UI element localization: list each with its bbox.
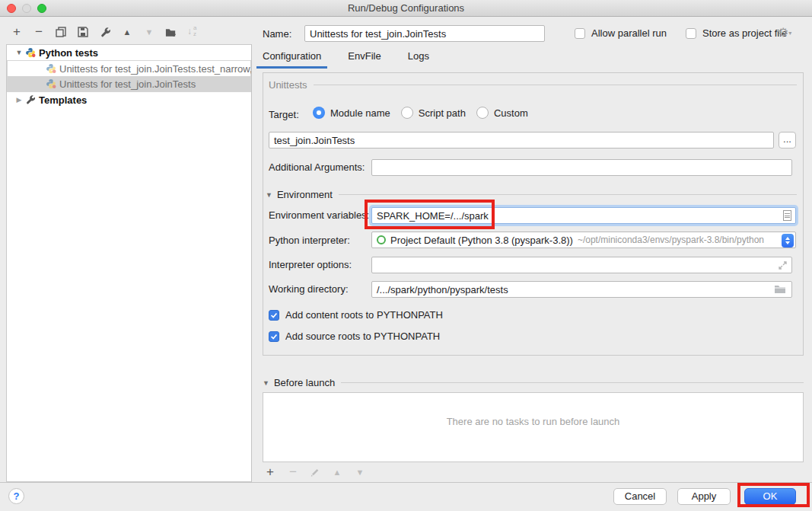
working-directory-label: Working directory: [269, 283, 349, 295]
window-title: Run/Debug Configurations [0, 2, 812, 14]
store-as-project-file-checkbox[interactable]: Store as project file [686, 27, 787, 39]
apply-button[interactable]: Apply [677, 488, 731, 505]
radio-selected-icon[interactable] [313, 107, 325, 119]
store-as-project-file-label: Store as project file [702, 27, 787, 39]
titlebar: Run/Debug Configurations [0, 0, 812, 17]
tree-node-templates[interactable]: ▶ Templates [7, 92, 251, 107]
allow-parallel-run-label: Allow parallel run [591, 27, 667, 39]
radio-module-name[interactable]: Module name [313, 107, 390, 119]
interpreter-path: ~/opt/miniconda3/envs/pyspark-3.8/bin/py… [578, 235, 764, 245]
tree-node-label: Unittests for test_join.JoinTests [59, 78, 196, 90]
browse-target-button[interactable]: ... [779, 132, 796, 149]
section-divider [339, 194, 797, 195]
working-directory-input[interactable]: /.../spark/python/pyspark/tests [371, 281, 792, 298]
environment-section-label: Environment [277, 189, 333, 200]
target-input[interactable]: test_join.JoinTests [269, 132, 774, 149]
save-configuration-icon[interactable] [77, 26, 89, 38]
tree-node-label: Templates [39, 94, 87, 106]
allow-parallel-run-checkbox[interactable]: Allow parallel run [575, 27, 667, 39]
name-input[interactable]: Unittests for test_join.JoinTests [304, 25, 545, 42]
tab-bar: Configuration EnvFile Logs [263, 50, 429, 69]
ok-button[interactable]: OK [744, 488, 796, 505]
footer-divider [0, 482, 812, 483]
python-interpreter-select[interactable]: Project Default (Python 3.8 (pyspark-3.8… [371, 232, 796, 248]
collapsed-arrow-icon[interactable]: ▶ [14, 96, 24, 104]
expand-field-icon[interactable] [778, 260, 788, 270]
expanded-arrow-icon[interactable]: ▼ [266, 191, 272, 199]
add-configuration-icon[interactable]: + [11, 26, 23, 38]
additional-arguments-input[interactable] [371, 159, 792, 176]
configuration-panel: Unittests Target: Module name Script pat… [263, 72, 804, 356]
edit-env-vars-icon[interactable] [783, 210, 791, 221]
radio-custom[interactable]: Custom [476, 107, 528, 119]
store-options-gear-icon[interactable]: ⚙▾ [778, 25, 791, 40]
python-icon [46, 78, 56, 89]
sort-configurations-icon[interactable]: ↓ a z [187, 26, 199, 38]
dropdown-stepper-icon[interactable] [782, 234, 794, 248]
python-icon [46, 63, 56, 74]
interpreter-options-label: Interpreter options: [269, 259, 352, 270]
add-source-roots-checkbox[interactable]: Add source roots to PYTHONPATH [269, 331, 440, 342]
tab-envfile[interactable]: EnvFile [348, 50, 381, 69]
checkbox-checked-icon[interactable] [269, 310, 279, 321]
before-launch-task-list: There are no tasks to run before launch [263, 392, 804, 462]
section-divider [341, 382, 804, 383]
checkbox-unchecked-icon[interactable] [575, 28, 585, 39]
expanded-arrow-icon[interactable]: ▼ [263, 379, 269, 387]
tab-configuration[interactable]: Configuration [263, 50, 321, 69]
configurations-toolbar: + − ▲ ▼ ↓ a z [11, 24, 199, 40]
target-radio-group: Module name Script path Custom [313, 107, 539, 119]
tree-children-group: Unittests for test_join.JoinTests.test_n… [7, 60, 251, 92]
new-folder-icon[interactable] [165, 26, 177, 38]
wrench-icon [25, 94, 36, 105]
add-task-icon[interactable]: + [264, 466, 276, 478]
move-task-down-icon[interactable]: ▼ [354, 466, 366, 478]
section-divider [314, 85, 797, 85]
remove-task-icon[interactable]: − [287, 466, 299, 478]
remove-configuration-icon[interactable]: − [33, 26, 45, 38]
before-launch-section-header[interactable]: ▼ Before launch [263, 377, 804, 388]
edit-templates-wrench-icon[interactable] [99, 26, 111, 38]
checkbox-checked-icon[interactable] [269, 331, 279, 342]
help-button[interactable]: ? [8, 488, 24, 504]
copy-configuration-icon[interactable] [55, 26, 67, 38]
tree-node-python-tests[interactable]: ▼ Python tests [7, 45, 251, 60]
add-content-roots-label: Add content roots to PYTHONPATH [285, 309, 443, 321]
before-launch-empty-text: There are no tasks to run before launch [263, 416, 803, 427]
edit-task-pencil-icon[interactable] [310, 467, 320, 477]
before-launch-label: Before launch [274, 377, 335, 388]
add-source-roots-label: Add source roots to PYTHONPATH [285, 331, 440, 342]
unittests-section-header: Unittests [263, 79, 803, 91]
move-down-icon[interactable]: ▼ [143, 26, 155, 38]
python-icon [25, 47, 36, 58]
browse-folder-icon[interactable] [774, 284, 786, 294]
name-label: Name: [263, 28, 291, 40]
cancel-button[interactable]: Cancel [613, 488, 667, 505]
radio-script-path[interactable]: Script path [401, 107, 466, 119]
run-debug-configurations-dialog: Run/Debug Configurations + − ▲ ▼ ↓ a z ▼… [0, 0, 812, 511]
expanded-arrow-icon[interactable]: ▼ [14, 49, 24, 56]
add-content-roots-checkbox[interactable]: Add content roots to PYTHONPATH [269, 309, 443, 321]
target-label: Target: [269, 109, 299, 120]
tree-node-label: Python tests [39, 47, 98, 59]
configurations-tree: ▼ Python tests Unittests for test_join.J… [6, 44, 252, 482]
tree-node-label: Unittests for test_join.JoinTests.test_n… [59, 63, 252, 75]
move-up-icon[interactable]: ▲ [121, 26, 133, 38]
unittests-section-label: Unittests [269, 79, 307, 91]
radio-unselected-icon[interactable] [401, 107, 413, 119]
tab-logs[interactable]: Logs [408, 50, 429, 69]
conda-env-icon [377, 235, 386, 244]
move-task-up-icon[interactable]: ▲ [331, 466, 343, 478]
tree-node-jointests-selected[interactable]: Unittests for test_join.JoinTests [8, 76, 250, 91]
before-launch-toolbar: + − ▲ ▼ [264, 466, 366, 478]
radio-unselected-icon[interactable] [476, 107, 489, 119]
checkbox-unchecked-icon[interactable] [686, 28, 696, 39]
tree-node-test-narrow[interactable]: Unittests for test_join.JoinTests.test_n… [8, 61, 250, 76]
python-interpreter-label: Python interpreter: [269, 235, 350, 246]
environment-section-header[interactable]: ▼ Environment [263, 189, 803, 200]
environment-variables-label: Environment variables: [269, 209, 369, 221]
environment-variables-input[interactable]: SPARK_HOME=/.../spark [371, 207, 796, 224]
additional-arguments-label: Additional Arguments: [269, 161, 365, 173]
interpreter-options-input[interactable] [371, 257, 792, 273]
